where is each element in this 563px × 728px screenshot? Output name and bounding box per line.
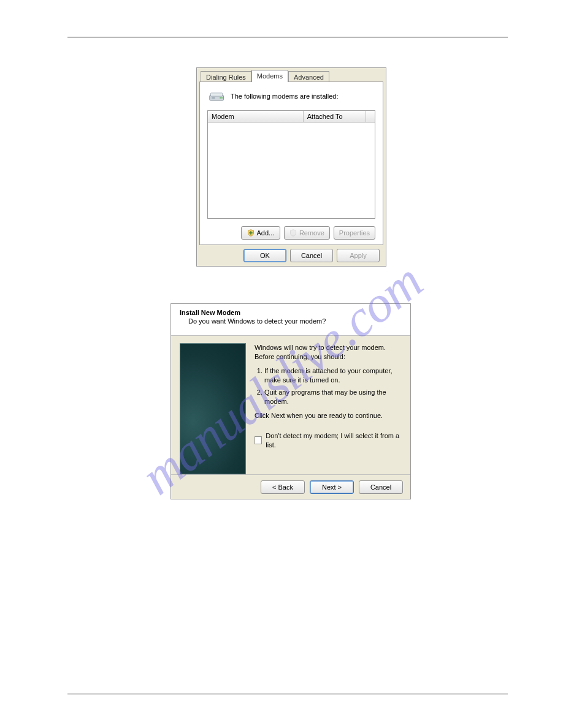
svg-rect-2 bbox=[212, 97, 215, 99]
phone-modem-options-dialog: Dialing Rules Modems Advanced The follow… bbox=[196, 67, 386, 267]
add-button[interactable]: Add... bbox=[241, 226, 280, 240]
dialog-button-bar: OK Cancel Apply bbox=[197, 245, 386, 266]
dont-detect-checkbox-label: Don't detect my modem; I will select it … bbox=[266, 431, 402, 450]
tab-advanced[interactable]: Advanced bbox=[288, 71, 329, 82]
next-button[interactable]: Next > bbox=[310, 480, 354, 494]
svg-rect-1 bbox=[211, 93, 223, 96]
tab-strip: Dialing Rules Modems Advanced bbox=[197, 68, 386, 82]
modem-list-header: Modem Attached To bbox=[208, 111, 375, 123]
wizard-title: Install New Modem bbox=[180, 309, 402, 316]
installed-modems-label: The following modems are installed: bbox=[231, 93, 338, 100]
page-footer-rule bbox=[67, 694, 508, 694]
wizard-side-image bbox=[180, 343, 246, 474]
modem-list[interactable]: Modem Attached To bbox=[207, 110, 375, 219]
ok-button[interactable]: OK bbox=[243, 249, 286, 262]
wizard-subtitle: Do you want Windows to detect your modem… bbox=[188, 317, 402, 325]
tab-modems[interactable]: Modems bbox=[251, 70, 288, 82]
shield-remove-icon bbox=[289, 229, 297, 237]
wizard-step-2: Quit any programs that may be using the … bbox=[264, 388, 402, 406]
remove-button-label: Remove bbox=[299, 229, 324, 237]
wizard-button-bar: < Back Next > Cancel bbox=[171, 474, 410, 499]
dont-detect-checkbox[interactable] bbox=[255, 436, 262, 444]
modem-icon bbox=[209, 89, 226, 103]
wizard-continue-text: Click Next when you are ready to continu… bbox=[255, 411, 402, 420]
wizard-cancel-button[interactable]: Cancel bbox=[359, 480, 403, 494]
column-header-spacer bbox=[366, 111, 375, 122]
add-button-label: Add... bbox=[257, 229, 275, 237]
wizard-step-1: If the modem is attached to your compute… bbox=[264, 366, 402, 385]
tab-dialing-rules[interactable]: Dialing Rules bbox=[201, 71, 251, 82]
remove-button[interactable]: Remove bbox=[284, 226, 330, 240]
dont-detect-checkbox-row[interactable]: Don't detect my modem; I will select it … bbox=[255, 431, 402, 450]
column-header-modem[interactable]: Modem bbox=[208, 111, 304, 122]
svg-point-3 bbox=[220, 97, 221, 98]
cancel-button[interactable]: Cancel bbox=[290, 249, 333, 262]
column-header-attached-to[interactable]: Attached To bbox=[304, 111, 366, 122]
tab-panel-modems: The following modems are installed: Mode… bbox=[199, 82, 383, 245]
apply-button[interactable]: Apply bbox=[337, 249, 380, 262]
properties-button[interactable]: Properties bbox=[334, 226, 375, 240]
wizard-header: Install New Modem Do you want Windows to… bbox=[171, 304, 410, 336]
wizard-text: Windows will now try to detect your mode… bbox=[255, 343, 402, 474]
shield-plus-icon bbox=[247, 229, 255, 237]
wizard-body: Windows will now try to detect your mode… bbox=[171, 336, 410, 474]
page-header-rule bbox=[67, 37, 508, 37]
wizard-intro-text: Windows will now try to detect your mode… bbox=[255, 343, 402, 362]
modem-action-buttons: Add... Remove Properties bbox=[241, 226, 375, 240]
svg-point-4 bbox=[221, 97, 223, 98]
install-new-modem-wizard: Install New Modem Do you want Windows to… bbox=[170, 303, 411, 499]
back-button[interactable]: < Back bbox=[261, 480, 305, 494]
